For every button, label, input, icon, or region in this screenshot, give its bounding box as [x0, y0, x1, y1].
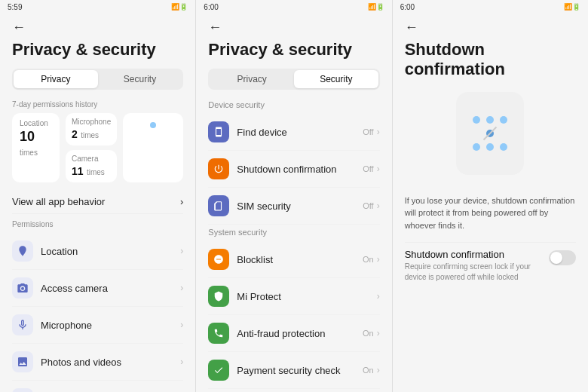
tab-security-left[interactable]: Security [98, 70, 182, 88]
payment-status: On [363, 366, 374, 375]
dot-mr [500, 130, 507, 137]
stats-row: Location 10 times Microphone 2 times Cam… [12, 113, 183, 182]
photos-icon [12, 351, 33, 372]
shutdown-item[interactable]: Shutdown confirmation Off › [208, 151, 379, 188]
find-device-label: Find device [237, 127, 363, 138]
left-tab-bar: Privacy Security [12, 69, 183, 90]
mid-back-button[interactable]: ← [208, 20, 379, 35]
sim-chevron: › [377, 201, 380, 211]
right-status-icons: 📶🔋 [564, 3, 580, 11]
sim-icon [208, 195, 229, 216]
list-item-music[interactable]: Music and audio › [12, 381, 183, 392]
dot-bc [486, 143, 494, 151]
dot-br [500, 143, 507, 151]
dot-visual-card [123, 113, 183, 182]
permissions-label: Permissions [12, 220, 183, 228]
mid-title: Privacy & security [208, 40, 379, 60]
dot-ml [473, 130, 480, 137]
dot-bl [473, 143, 480, 151]
stats-section: 7-day permissions history Location 10 ti… [12, 100, 183, 182]
microphone-chevron: › [180, 320, 183, 330]
phone-illustration [456, 92, 524, 175]
right-title: Shutdown confirmation [405, 40, 576, 80]
location-chevron: › [180, 246, 183, 256]
right-status-bar: 6:00 📶🔋 [393, 0, 588, 14]
tab-privacy-left[interactable]: Privacy [14, 70, 98, 88]
stat-mic-title: Microphone [72, 118, 111, 126]
camera-icon [12, 277, 33, 299]
view-all-chevron: › [180, 196, 183, 207]
mid-status-bar: 6:00 📶🔋 [196, 0, 391, 14]
location-label: Location [41, 246, 180, 257]
stat-location-value: 10 [20, 129, 35, 144]
mid-time: 6:00 [204, 3, 218, 11]
list-item-location[interactable]: Location › [12, 233, 183, 270]
find-device-icon [208, 121, 229, 142]
music-icon [12, 388, 33, 392]
stat-mic-unit: times [81, 131, 99, 139]
sim-label: SIM security [237, 201, 363, 212]
blocklist-chevron: › [377, 254, 380, 265]
toggle-subtitle: Require confirming screen lock if your d… [405, 262, 543, 283]
view-all-label: View all app behavior [12, 196, 105, 207]
shutdown-chevron: › [377, 164, 380, 174]
left-time: 5:59 [8, 3, 22, 11]
mi-protect-chevron: › [377, 291, 380, 302]
toggle-title: Shutdown confirmation [405, 249, 543, 260]
dot-tr [500, 116, 507, 124]
shutdown-icon [208, 158, 229, 179]
blocklist-status: On [363, 255, 374, 264]
stat-card-location: Location 10 times [12, 113, 60, 182]
shutdown-status: Off [363, 164, 373, 173]
find-device-item[interactable]: Find device Off › [208, 114, 379, 151]
svg-point-1 [21, 287, 24, 290]
anti-fraud-icon [208, 323, 229, 344]
left-back-button[interactable]: ← [12, 20, 183, 35]
stat-cam-unit: times [87, 168, 105, 176]
dot-tc [486, 116, 494, 124]
left-panel: 5:59 📶🔋 ← Privacy & security Privacy Sec… [0, 0, 195, 392]
shutdown-description: If you lose your device, shutdown confir… [405, 194, 576, 232]
toggle-row: Shutdown confirmation Require confirming… [405, 242, 576, 289]
stat-card-microphone: Microphone 2 times [66, 113, 117, 145]
device-section-label: Device security [208, 100, 379, 109]
stats-label: 7-day permissions history [12, 100, 183, 109]
stat-mic-value: 2 [72, 128, 78, 140]
system-section-label: System security [208, 228, 379, 237]
find-device-status: Off [363, 127, 373, 136]
microphone-label: Microphone [41, 320, 180, 331]
mid-tab-bar: Privacy Security [208, 69, 379, 90]
right-time: 6:00 [400, 3, 415, 11]
payment-chevron: › [377, 365, 380, 375]
toggle-info: Shutdown confirmation Require confirming… [405, 249, 543, 283]
dot-tl [473, 116, 480, 124]
camera-label: Access camera [41, 283, 180, 294]
tab-privacy-mid[interactable]: Privacy [210, 70, 294, 88]
mi-protect-label: Mi Protect [237, 291, 373, 302]
shutdown-label: Shutdown confirmation [237, 164, 363, 175]
payment-item[interactable]: Payment security check On › [208, 352, 379, 389]
toggle-switch[interactable] [549, 250, 576, 265]
mi-protect-item[interactable]: Mi Protect › [208, 278, 379, 315]
anti-fraud-item[interactable]: Anti-fraud protection On › [208, 315, 379, 352]
blocklist-item[interactable]: Blocklist On › [208, 241, 379, 278]
list-item-camera[interactable]: Access camera › [12, 270, 183, 307]
payment-icon [208, 360, 229, 381]
list-item-photos[interactable]: Photos and videos › [12, 344, 183, 381]
left-title: Privacy & security [12, 40, 183, 60]
payment-label: Payment security check [237, 365, 363, 376]
mid-status-icons: 📶🔋 [368, 3, 384, 11]
view-all-row[interactable]: View all app behavior › [12, 190, 183, 214]
anti-fraud-label: Anti-fraud protection [237, 328, 363, 339]
stat-card-camera: Camera 11 times [66, 150, 117, 182]
stat-cam-value: 11 [72, 165, 84, 177]
dot-1 [150, 122, 156, 128]
right-back-button[interactable]: ← [405, 20, 576, 35]
middle-panel: 6:00 📶🔋 ← Privacy & security Privacy Sec… [196, 0, 391, 392]
photos-chevron: › [180, 357, 183, 367]
tab-security-mid[interactable]: Security [294, 70, 378, 88]
sim-status: Off [363, 201, 373, 210]
list-item-microphone[interactable]: Microphone › [12, 307, 183, 344]
left-status-icons: 📶🔋 [171, 3, 188, 11]
sim-security-item[interactable]: SIM security Off › [208, 188, 379, 225]
